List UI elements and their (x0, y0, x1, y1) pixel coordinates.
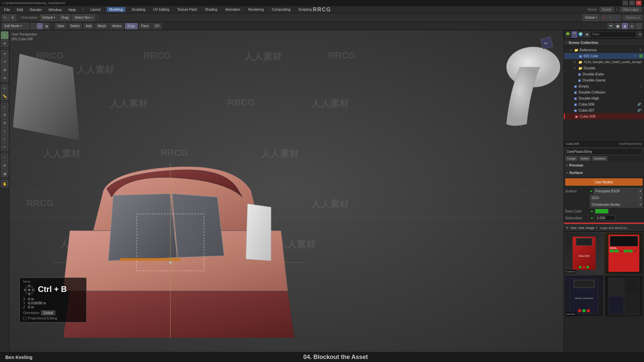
preview-header[interactable]: ▾ Preview (564, 162, 644, 169)
solid-view-icon[interactable]: ◉ (622, 23, 628, 29)
drag-btn[interactable]: Drag (59, 14, 71, 21)
move-tool[interactable]: ✛ (9, 14, 16, 21)
filter-icon-btn[interactable]: ⚙ (637, 31, 643, 38)
tree-item-cube008[interactable]: ▣ Cube.008 (564, 113, 644, 119)
annotate-btn[interactable]: ✏ (1, 84, 8, 92)
menu-edit[interactable]: Edit (15, 7, 24, 12)
tree-item-double-eatie[interactable]: ▣ Double-Eatie (564, 71, 644, 77)
add-btn[interactable]: Add (83, 23, 94, 29)
viewport[interactable]: RRCG 人人素材 RRCG 人人素材 RRCG RRCG 人人素材 RRCG … (9, 30, 564, 352)
thumb-4[interactable] (604, 275, 644, 317)
use-nodes-btn[interactable]: Use Nodes (565, 178, 643, 186)
tree-item-double-game[interactable]: ▣ Double-Game (564, 77, 644, 83)
view-label[interactable]: View (570, 226, 577, 230)
tab-texture-paint[interactable]: Texture Paint (175, 7, 199, 12)
inset-btn[interactable]: ⊟ (1, 119, 8, 126)
view-layer-selector[interactable]: View Layer (620, 7, 641, 12)
thumb-3[interactable]: DIESEL UNLEADED DIESEL (565, 275, 604, 317)
tab-rendering[interactable]: Rendering (246, 7, 266, 12)
object-icon-btn[interactable]: ▣ (584, 31, 590, 38)
tree-item-double-high[interactable]: ▣ Double-High (564, 95, 644, 101)
global-dropdown[interactable]: Global ▾ (583, 14, 599, 21)
cursor-tool[interactable]: ↖ (2, 14, 9, 21)
grab-btn[interactable]: ✋ (1, 180, 8, 187)
tree-item-cube006[interactable]: ▣ Cube.006 🔗○ (564, 101, 644, 107)
base-color-swatch[interactable] (595, 209, 608, 214)
edge-btn[interactable]: Edge (125, 23, 138, 29)
select-tool-btn[interactable]: ↖ (1, 32, 8, 39)
eye-cube005[interactable]: 👁 (633, 54, 638, 58)
shrink-btn[interactable]: ⊗ (1, 162, 8, 169)
scene-icon-btn[interactable]: 🎬 (572, 31, 577, 38)
transform-tool-btn[interactable]: ⊛ (1, 74, 8, 81)
viewport-nav-cube[interactable]: top (537, 33, 557, 53)
world-icon-btn[interactable]: 🌍 (578, 31, 584, 38)
tree-item-double-collision[interactable]: ▣ Double-Collision ↓ (564, 89, 644, 95)
tab-layout[interactable]: Layout (89, 7, 103, 12)
eye-reference[interactable]: 👁 (638, 48, 643, 52)
render-preview-icon[interactable]: ⬤ (615, 23, 621, 29)
select-btn[interactable]: Select (68, 23, 82, 29)
tree-item-empty[interactable]: ▣ Empty ↓○ (564, 83, 644, 89)
knife-btn[interactable]: ✂ (1, 143, 8, 150)
scale-tool-btn[interactable]: ⊞ (1, 66, 8, 73)
camera-icon[interactable]: 📷 (608, 23, 614, 29)
thumb-2[interactable]: DIESEL (604, 232, 644, 275)
uv-btn[interactable]: UV (153, 23, 162, 29)
assign-btn[interactable]: Assign (565, 156, 578, 161)
material-view-icon[interactable]: ◍ (629, 23, 635, 29)
tree-item-tc24[interactable]: ▾ 📁 TC24_Sample_OBJ_SubD_Level1_Group1 (564, 59, 644, 65)
outliner-filter-input[interactable] (590, 32, 636, 38)
tab-shading[interactable]: Shading (203, 7, 219, 12)
tab-scripting[interactable]: Scripting (297, 7, 314, 12)
shear-btn[interactable]: ◪ (1, 170, 8, 177)
orientation-dropdown[interactable]: Default ▾ (40, 14, 58, 21)
face-select-icon[interactable]: ▣ (44, 23, 50, 29)
loop-cut-btn[interactable]: | (1, 135, 8, 142)
vertex-select-icon[interactable]: · (30, 23, 36, 29)
tab-uv-editing[interactable]: UV Editing (151, 7, 171, 12)
edge-select-icon[interactable]: ━ (37, 23, 43, 29)
menu-file[interactable]: File (3, 7, 11, 12)
bevel-btn[interactable]: ◇ (1, 127, 8, 134)
measure-btn[interactable]: 📏 (1, 93, 8, 100)
tab-animation[interactable]: Animation (223, 7, 242, 12)
orientation-value-btn[interactable]: Global (41, 310, 55, 315)
ggx-dropdown[interactable]: GGX ▾ (590, 195, 643, 201)
coll-collapse-icon[interactable]: ▾ (566, 41, 567, 44)
maximize-btn[interactable]: □ (629, 1, 635, 5)
tree-item-cube005[interactable]: ▣ 005 Cube 👁 (564, 53, 644, 59)
move-tool-btn[interactable]: ✛ (1, 50, 8, 57)
view-btn[interactable]: View (55, 23, 67, 29)
mesh-btn[interactable]: Mesh (95, 23, 108, 29)
extrude-btn[interactable]: ⬆ (1, 111, 8, 118)
rendered-view-icon[interactable]: ⬛ (636, 23, 642, 29)
y-constraint-btn[interactable]: Y (607, 15, 613, 21)
prop-editing-checkbox[interactable] (23, 317, 26, 320)
image-dropdown-arrow[interactable]: ▾ (596, 226, 597, 230)
add-mesh-btn[interactable]: + (1, 103, 8, 110)
tree-item-double[interactable]: ▾ 📁 Double (564, 65, 644, 71)
rotate-tool-btn[interactable]: ↺ (1, 58, 8, 65)
select-box-dropdown[interactable]: Select Box ▾ (72, 14, 95, 21)
z-constraint-btn[interactable]: Z (614, 15, 620, 21)
options-btn[interactable]: Options ▾ (623, 15, 642, 20)
mat-select-btn[interactable]: Select (579, 156, 591, 161)
distribution-dropdown[interactable]: Christensen-Burley ▾ (590, 201, 643, 207)
menu-help[interactable]: Help (67, 7, 77, 12)
thumb-1[interactable]: GALLONS Gallons (565, 232, 604, 275)
cursor-tool-btn[interactable]: ⊕ (1, 40, 8, 47)
surface-type-dropdown[interactable]: Principled BSDF ▾ (594, 188, 643, 194)
check-cube005[interactable] (639, 54, 643, 58)
view2-label[interactable]: View (578, 226, 584, 230)
tab-sculpting[interactable]: Sculpting (129, 7, 147, 12)
vertex-btn[interactable]: Vertex (110, 23, 124, 29)
subsurface-value[interactable]: 0.000 (595, 215, 615, 221)
face-btn[interactable]: Face (139, 23, 151, 29)
edit-mode-dropdown[interactable]: Edit Mode ▾ (2, 23, 29, 29)
scene-selector[interactable]: Scene (600, 7, 614, 12)
tree-item-cube007[interactable]: ▣ Cube.007 🔗○ (564, 107, 644, 113)
close-btn[interactable]: ✕ (636, 1, 641, 5)
tab-modeling[interactable]: Modeling (107, 7, 126, 12)
image-label[interactable]: Image (586, 226, 594, 230)
